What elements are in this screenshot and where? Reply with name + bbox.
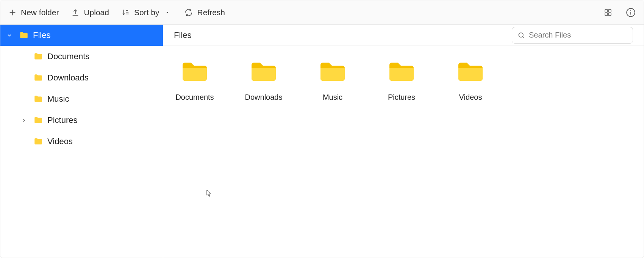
chevron-right-icon[interactable] [19,118,29,123]
folder-icon [250,61,277,82]
folder-item-label: Documents [175,93,214,102]
svg-point-12 [519,33,523,37]
view-grid-button[interactable] [601,6,615,19]
upload-label: Upload [84,8,109,17]
folder-item-label: Pictures [388,93,415,102]
refresh-label: Refresh [197,8,225,17]
folder-icon [388,61,415,82]
main-header: Files [163,25,644,46]
refresh-icon [184,8,193,17]
new-folder-button[interactable]: New folder [6,6,60,19]
app-frame: New folder Upload Sort by Refresh [0,0,644,258]
svg-rect-8 [608,13,611,16]
upload-button[interactable]: Upload [69,6,111,19]
sort-by-label: Sort by [134,8,159,17]
sidebar-item-downloads[interactable]: Downloads [0,67,163,88]
caret-down-icon [163,8,172,17]
search-input[interactable] [529,31,627,39]
sidebar-item-label: Music [47,94,69,104]
sidebar-item-music[interactable]: Music [0,88,163,110]
info-icon [626,8,636,17]
svg-rect-7 [605,13,608,16]
folder-icon [33,51,44,62]
toolbar: New folder Upload Sort by Refresh [0,0,644,25]
new-folder-label: New folder [21,8,59,17]
upload-icon [71,8,80,17]
folder-icon [33,72,44,83]
folder-item-label: Music [323,93,342,102]
svg-rect-6 [608,9,611,12]
sidebar-item-label: Documents [47,52,89,61]
sidebar-item-files[interactable]: Files [0,25,163,46]
main-panel: Files Documents [163,25,644,258]
folder-icon [457,61,484,82]
file-grid: Documents Downloads Music [163,46,644,117]
grid-icon [603,8,613,17]
sidebar-item-pictures[interactable]: Pictures [0,110,163,131]
sort-by-button[interactable]: Sort by [120,6,174,19]
plus-icon [8,8,17,17]
folder-item-label: Videos [459,93,482,102]
sidebar: Files Documents Downloads [0,25,163,258]
folder-icon [19,30,29,41]
sidebar-item-label: Files [33,30,50,40]
folder-icon [319,61,346,82]
sidebar-item-videos[interactable]: Videos [0,131,163,152]
folder-item-label: Downloads [245,93,283,102]
sidebar-item-label: Videos [47,137,73,146]
folder-icon [33,136,44,147]
chevron-down-icon[interactable] [4,32,15,38]
sort-icon [121,8,130,17]
sidebar-item-label: Downloads [47,73,89,83]
folder-icon [181,61,208,82]
svg-rect-5 [605,9,608,12]
folder-item-videos[interactable]: Videos [450,61,491,102]
folder-icon [33,115,44,126]
breadcrumb: Files [174,30,191,40]
sidebar-item-documents[interactable]: Documents [0,46,163,67]
svg-line-13 [523,36,524,38]
folder-item-pictures[interactable]: Pictures [381,61,422,102]
folder-item-music[interactable]: Music [312,61,353,102]
info-button[interactable] [624,6,638,19]
refresh-button[interactable]: Refresh [183,6,227,19]
search-box[interactable] [512,27,633,44]
folder-item-documents[interactable]: Documents [174,61,216,102]
folder-item-downloads[interactable]: Downloads [243,61,284,102]
folder-icon [33,94,44,104]
search-icon [517,31,525,39]
sidebar-item-label: Pictures [47,115,77,125]
body: Files Documents Downloads [0,25,644,258]
svg-point-11 [630,10,631,11]
